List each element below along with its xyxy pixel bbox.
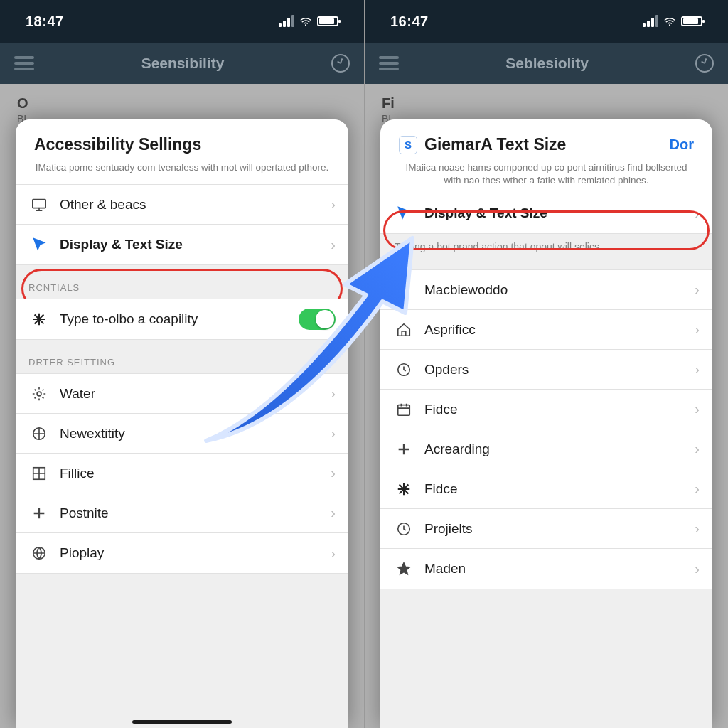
nav-title: Seensibility [34,55,331,72]
card-title: GiemarA Text Size [424,135,566,154]
pointer-icon [28,237,50,252]
row-profielts[interactable]: Projielts› [380,509,712,549]
plus-icon [393,441,414,457]
phone-right: 16:47 Seblesiolity FiBI EVia S GiemarA T… [364,0,728,728]
section-label: RCNTIALS [16,282,348,299]
status-time: 16:47 [390,14,429,30]
row-fidce[interactable]: Fidce› [380,390,712,429]
row-type-coapility[interactable]: Type to-olbo a coapility [16,299,348,339]
history-icon[interactable] [331,54,350,73]
globe-icon [28,545,50,561]
card-subtitle: IMaiica noase hams componed up co pont a… [399,161,694,187]
status-bar: 18:47 [0,0,364,43]
asterisk-icon [28,311,50,327]
menu-icon[interactable] [14,56,34,70]
signal-icon [643,16,658,27]
row-fillice[interactable]: Fillice› [16,454,348,493]
toggle-switch[interactable] [299,309,336,330]
card-title: Accessibility Sellings [34,135,201,154]
phone-left: 18:47 Seensibility OBI OXo CYO ACa Acces… [0,0,364,728]
battery-icon [317,16,338,26]
nav-title: Seblesiolity [399,55,695,72]
history-icon[interactable] [695,54,714,73]
chevron-right-icon: › [695,205,700,222]
clock-icon [393,521,414,537]
gear-icon [28,386,50,402]
row-display-text-size[interactable]: Display & Text Size › [16,225,348,264]
wifi-icon [299,16,313,27]
helper-text: Tetlling a bot prand action that opout w… [380,234,712,252]
home-icon [393,322,414,338]
group-first: Other & beacs › Display & Text Size › [16,184,348,265]
chevron-right-icon: › [331,196,336,213]
signal-icon [279,16,294,27]
chevron-right-icon: › [331,237,336,253]
globe-icon [28,426,50,441]
nav-bar: Seensibility [0,43,364,84]
section-label: DRTER SEITTING [16,357,348,373]
svg-point-10 [669,24,670,26]
card-subtitle: IMatica pome sentuady com tvenaless with… [34,161,330,174]
row-maden[interactable]: Maden› [380,549,712,589]
status-bar: 16:47 [365,0,728,43]
plus-icon [28,505,50,521]
done-button[interactable]: Dor [670,136,694,153]
row-asprificc[interactable]: Asprificc› [380,310,712,350]
row-macbiewoddo[interactable]: Macbiewoddo› [380,270,712,310]
textsize-card: S GiemarA Text Size Dor IMaiica noase ha… [380,119,712,728]
clipboard-icon [393,282,414,298]
calendar-icon [393,402,414,417]
row-pioplay[interactable]: Pioplay› [16,533,348,573]
row-display-text-size[interactable]: Display & Text Size › [380,193,712,233]
monitor-icon [28,197,50,213]
row-other-beacs[interactable]: Other & beacs › [16,185,348,225]
home-indicator [132,720,232,724]
settings-card: Accessibility Sellings IMatica pome sent… [16,119,348,728]
row-opders[interactable]: Opders› [380,350,712,390]
app-badge-icon: S [399,136,417,154]
grid-icon [28,466,50,481]
row-acrearding[interactable]: Acrearding› [380,429,712,469]
clock-icon [393,362,414,378]
row-fidce-2[interactable]: Fidce› [380,469,712,509]
star-icon [393,561,414,577]
battery-icon [681,16,702,26]
pointer-icon [393,205,414,221]
status-icons [643,16,702,27]
row-water[interactable]: Water› [16,374,348,414]
menu-icon[interactable] [379,56,399,70]
status-icons [279,16,338,27]
row-postnite[interactable]: Postnite› [16,493,348,533]
wifi-icon [663,16,677,27]
row-newextitity[interactable]: Newextitity› [16,414,348,454]
svg-point-9 [305,24,306,26]
status-time: 18:47 [26,14,64,30]
nav-bar: Seblesiolity [365,43,728,84]
asterisk-icon [393,481,414,497]
